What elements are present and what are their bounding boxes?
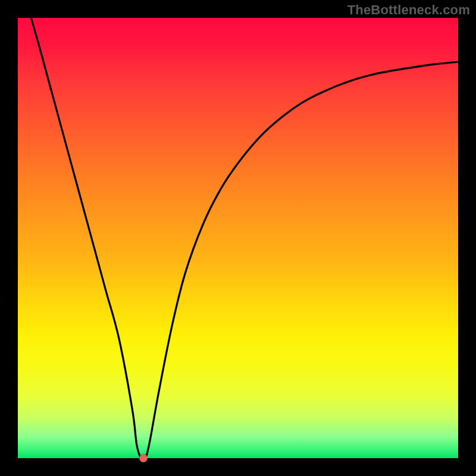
curve-svg [18,18,458,458]
curve-path [31,18,458,458]
watermark-text: TheBottleneck.com [347,2,470,18]
marker-dot [139,454,148,462]
plot-area [18,18,458,458]
chart-container: TheBottleneck.com [0,0,476,476]
